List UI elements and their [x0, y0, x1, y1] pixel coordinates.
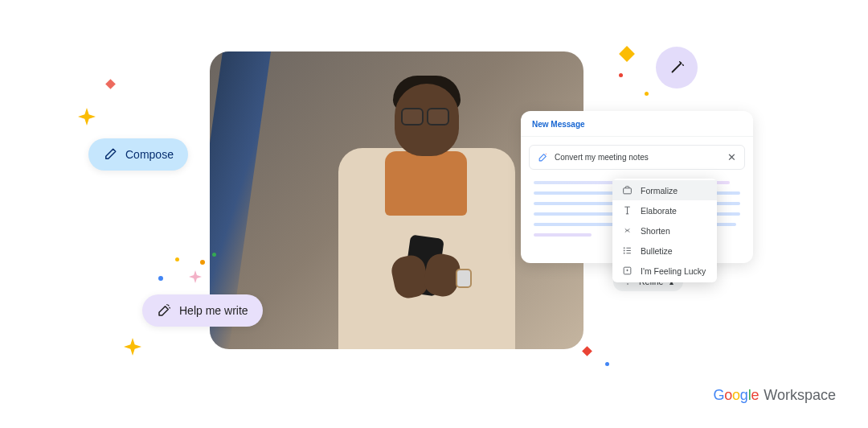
dot-icon: [645, 92, 649, 96]
refine-item-lucky[interactable]: I'm Feeling Lucky: [612, 261, 717, 281]
refine-item-elaborate[interactable]: Elaborate: [612, 200, 717, 220]
text-height-icon: [622, 205, 633, 216]
magic-pen-icon: [538, 152, 548, 163]
pencil-icon: [103, 147, 117, 162]
sparkle-box-icon: [622, 265, 633, 276]
compose-chip[interactable]: Compose: [88, 138, 188, 171]
refine-menu: Formalize Elaborate Shorten Bulletize I'…: [612, 179, 717, 282]
dot-icon: [619, 73, 623, 77]
refine-item-label: Bulletize: [641, 246, 673, 256]
sparkle-icon: [124, 338, 141, 356]
workspace-wordmark: Workspace: [764, 387, 836, 404]
new-message-title: New Message: [521, 111, 753, 137]
prompt-input-bar[interactable]: Convert my meeting notes ✕: [529, 145, 745, 170]
diamond-icon: [582, 346, 592, 356]
diamond-icon: [105, 79, 116, 89]
svg-point-4: [624, 253, 624, 253]
dot-icon: [605, 362, 609, 366]
refine-item-label: Shorten: [641, 226, 670, 236]
compose-label: Compose: [125, 148, 174, 161]
svg-rect-1: [624, 188, 632, 194]
dot-icon: [158, 276, 163, 281]
refine-item-label: Elaborate: [641, 206, 677, 216]
list-icon: [622, 245, 633, 256]
prompt-text: Convert my meeting notes: [555, 153, 649, 162]
svg-point-2: [624, 248, 624, 249]
dot-icon: [212, 253, 216, 257]
help-me-write-label: Help me write: [179, 304, 248, 317]
sparkle-icon: [189, 270, 202, 283]
dot-icon: [200, 260, 205, 265]
svg-point-0: [546, 154, 547, 154]
magic-wand-icon: [668, 59, 686, 76]
refine-item-label: I'm Feeling Lucky: [641, 266, 706, 276]
google-workspace-logo: Google Workspace: [713, 387, 836, 404]
collapse-icon: [622, 225, 633, 236]
svg-point-3: [624, 250, 624, 251]
sparkle-icon: [78, 108, 96, 126]
refine-item-label: Formalize: [641, 186, 678, 195]
refine-item-bulletize[interactable]: Bulletize: [612, 241, 717, 261]
dot-icon: [175, 257, 179, 261]
briefcase-icon: [622, 185, 633, 195]
close-icon[interactable]: ✕: [727, 152, 736, 163]
person-figure: [282, 68, 523, 349]
diamond-icon: [619, 46, 635, 62]
magic-pen-icon: [157, 303, 171, 318]
refine-item-shorten[interactable]: Shorten: [612, 220, 717, 241]
refine-item-formalize[interactable]: Formalize: [612, 180, 717, 200]
help-me-write-chip[interactable]: Help me write: [142, 294, 263, 327]
google-wordmark: Google: [713, 387, 759, 404]
ai-badge: [656, 47, 698, 88]
